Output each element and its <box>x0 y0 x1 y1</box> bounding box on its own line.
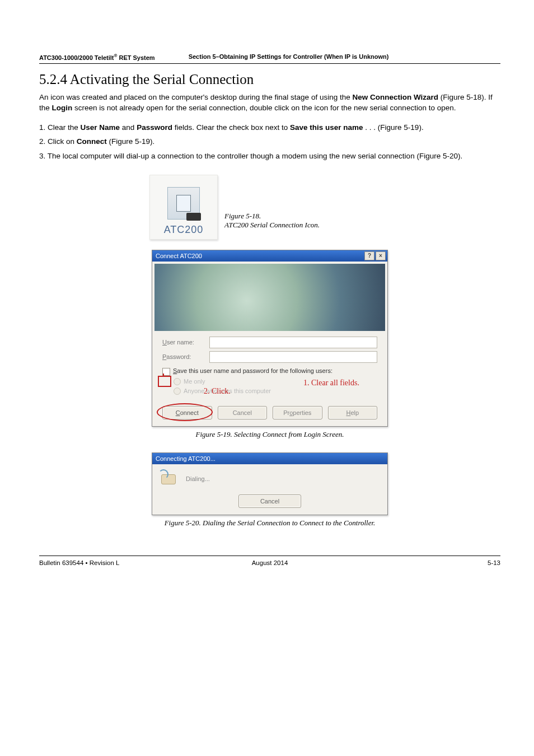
annotation-click: 2. Click. <box>204 387 231 396</box>
annotation-checkbox-marker <box>158 376 171 387</box>
fig18-cap-a: Figure 5-18. <box>224 212 261 220</box>
running-header: ATC300-1000/2000 Teletilt® RET System Se… <box>39 53 500 64</box>
step-3: 3. The local computer will dial-up a con… <box>39 149 500 164</box>
page-footer: Bulletin 639544 • Revision L August 2014… <box>39 556 500 566</box>
figure-5-18: ATC200 Figure 5-18. ATC200 Serial Connec… <box>138 175 401 240</box>
fig18-cap-b: ATC200 Serial Connection Icon. <box>224 221 320 229</box>
radio-me-only[interactable] <box>174 378 181 385</box>
username-input[interactable] <box>209 337 377 348</box>
intro-b1: New Connection Wizard <box>352 93 438 101</box>
s1b2: Password <box>137 123 172 132</box>
atc200-desktop-icon[interactable]: ATC200 <box>149 175 218 240</box>
connecting-title: Connecting ATC200... <box>156 455 216 462</box>
s1b1: User Name <box>81 123 120 132</box>
s2b: Connect <box>77 137 107 146</box>
footer-right: 5-13 <box>346 559 500 566</box>
s1c: and <box>120 123 137 132</box>
connecting-titlebar: Connecting ATC200... <box>152 453 387 464</box>
intro-t3: screen is not already open for the seria… <box>72 104 456 112</box>
s1a: 1. Clear the <box>39 123 81 132</box>
s2a: 2. Click on <box>39 137 77 146</box>
step-1: 1. Clear the User Name and Password fiel… <box>39 120 500 135</box>
product-name: ATC300-1000/2000 Teletilt <box>39 54 114 61</box>
dialog-banner-image <box>154 264 385 331</box>
section-heading: 5.2.4 Activating the Serial Connection <box>39 72 500 87</box>
cancel-button[interactable]: Cancel <box>218 406 268 419</box>
annotation-connect-oval <box>157 403 213 421</box>
s2c: (Figure 5-19). <box>107 137 155 146</box>
username-label: UUser name:ser name: <box>162 339 209 346</box>
step-2: 2. Click on Connect (Figure 5-19). <box>39 134 500 149</box>
footer-center: August 2014 <box>193 559 347 566</box>
intro-b2: Login <box>52 104 73 112</box>
connecting-atc200-dialog: Connecting ATC200... Dialing... Cancel <box>152 452 388 515</box>
figure-5-20-caption: Figure 5-20. Dialing the Serial Connecti… <box>138 519 401 528</box>
dialing-status: Dialing... <box>186 475 210 482</box>
s1e: . . . (Figure 5-19). <box>363 123 424 132</box>
figure-5-19-caption: Figure 5-19. Selecting Connect from Logi… <box>138 430 401 439</box>
properties-button[interactable]: Properties <box>273 406 322 419</box>
running-header-right: Section 5–Obtaining IP Settings for Cont… <box>155 53 500 61</box>
steps-list: 1. Clear the User Name and Password fiel… <box>39 120 500 164</box>
connect-atc200-dialog: Connect ATC200 ? × UUser name:ser name: … <box>152 250 388 427</box>
connecting-cancel-button[interactable]: Cancel <box>238 494 301 508</box>
annotation-clear-fields: 1. Clear all fields. <box>303 379 359 388</box>
radio-me-only-label: Me only <box>184 377 205 386</box>
help-button[interactable]: Help <box>328 406 378 419</box>
intro-t1: An icon was created and placed on the co… <box>39 93 352 101</box>
titlebar-help-button[interactable]: ? <box>364 251 374 260</box>
password-label: Password: <box>162 353 209 360</box>
s1d: fields. Clear the check box next to <box>172 123 290 132</box>
connection-shortcut-icon <box>167 187 200 220</box>
figure-5-18-caption: Figure 5-18. ATC200 Serial Connection Ic… <box>224 212 320 240</box>
footer-left: Bulletin 639544 • Revision L <box>39 559 193 566</box>
product-suffix: RET System <box>117 54 154 61</box>
password-input[interactable] <box>209 351 377 363</box>
running-header-left: ATC300-1000/2000 Teletilt® RET System <box>39 53 155 61</box>
intro-paragraph: An icon was created and placed on the co… <box>39 92 500 114</box>
radio-anyone[interactable] <box>174 388 181 395</box>
dialog-titlebar: Connect ATC200 ? × <box>152 250 387 262</box>
icon-label: ATC200 <box>164 224 204 236</box>
save-credentials-label: Save this user name and password for the… <box>173 367 332 374</box>
dialog-title: Connect ATC200 <box>156 253 202 259</box>
titlebar-close-button[interactable]: × <box>376 251 386 260</box>
modem-icon <box>160 471 178 487</box>
s1b3: Save this user name <box>290 123 363 132</box>
